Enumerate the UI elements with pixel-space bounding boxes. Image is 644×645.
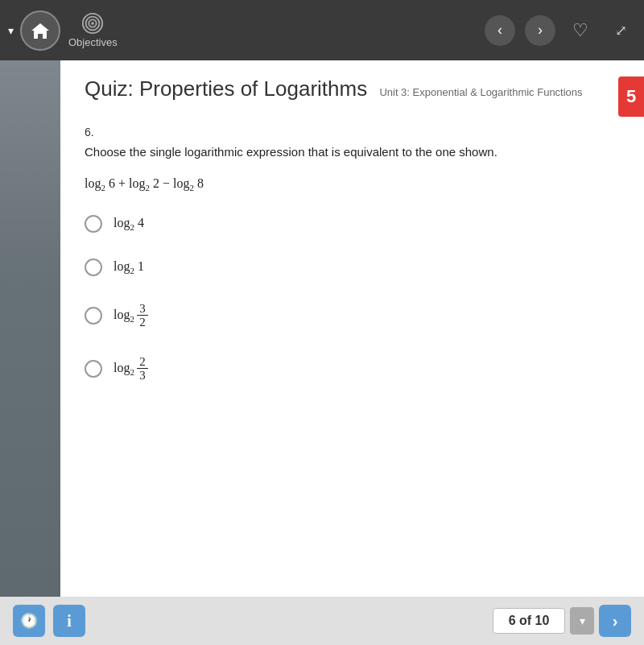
nav-back-button[interactable]: ‹	[485, 15, 515, 46]
radio-c[interactable]	[85, 307, 102, 325]
side-thumbnail	[0, 60, 60, 597]
choice-c[interactable]: log2 3 2	[85, 302, 620, 329]
chevron-down-icon: ▾	[580, 614, 585, 627]
choice-a-label: log2 4	[114, 216, 144, 232]
heart-icon: ♡	[572, 20, 588, 41]
svg-point-3	[91, 22, 94, 25]
info-icon: i	[67, 612, 72, 631]
page-dropdown-button[interactable]: ▾	[570, 607, 594, 635]
clock-button[interactable]: 🕐	[13, 605, 45, 637]
home-button[interactable]	[20, 10, 60, 51]
choice-b[interactable]: log2 1	[85, 258, 620, 276]
radio-d[interactable]	[85, 360, 102, 378]
favorite-button[interactable]: ♡	[565, 15, 596, 46]
question-text: Choose the single logarithmic expression…	[85, 143, 620, 162]
radio-a[interactable]	[85, 215, 102, 233]
objectives-label: Objectives	[68, 36, 118, 48]
choice-a[interactable]: log2 4	[85, 215, 620, 233]
top-bar-right-controls: ‹ › ♡ ⤢	[485, 15, 636, 46]
unit-label: Unit 3: Exponential & Logarithmic Functi…	[379, 86, 582, 98]
objectives-icon	[81, 12, 104, 35]
bottom-left-controls: 🕐 i	[13, 605, 85, 637]
objectives-button[interactable]: Objectives	[68, 12, 118, 48]
main-content-area: 5 Quiz: Properties of Logarithms Unit 3:…	[0, 60, 644, 597]
choice-b-label: log2 1	[114, 259, 144, 275]
nav-forward-button[interactable]: ›	[525, 15, 555, 46]
next-button[interactable]: ›	[599, 605, 631, 637]
choice-d-label: log2 2 3	[114, 355, 148, 382]
clock-icon: 🕐	[20, 612, 38, 630]
bottom-right-controls: 6 of 10 ▾ ›	[493, 605, 631, 637]
choice-c-label: log2 3 2	[114, 302, 148, 329]
expand-button[interactable]: ⤢	[605, 15, 636, 46]
quiz-content: 5 Quiz: Properties of Logarithms Unit 3:…	[60, 60, 644, 597]
bottom-bar: 🕐 i 6 of 10 ▾ ›	[0, 597, 644, 645]
radio-b[interactable]	[85, 258, 102, 276]
red-tab-badge: 5	[618, 76, 644, 117]
quiz-title: Quiz: Properties of Logarithms Unit 3: E…	[85, 76, 620, 101]
page-counter: 6 of 10	[493, 608, 565, 634]
question-expression: log2 6 + log2 2 − log2 8	[85, 176, 620, 192]
next-arrow-icon: ›	[613, 612, 618, 631]
choice-d[interactable]: log2 2 3	[85, 355, 620, 382]
expand-icon: ⤢	[615, 22, 627, 39]
info-button[interactable]: i	[53, 605, 85, 637]
home-icon	[30, 21, 51, 40]
dropdown-arrow-icon[interactable]: ▾	[8, 24, 14, 37]
top-navigation-bar: ▾ Objectives ‹ › ♡ ⤢	[0, 0, 644, 60]
question-number: 6.	[85, 126, 620, 139]
